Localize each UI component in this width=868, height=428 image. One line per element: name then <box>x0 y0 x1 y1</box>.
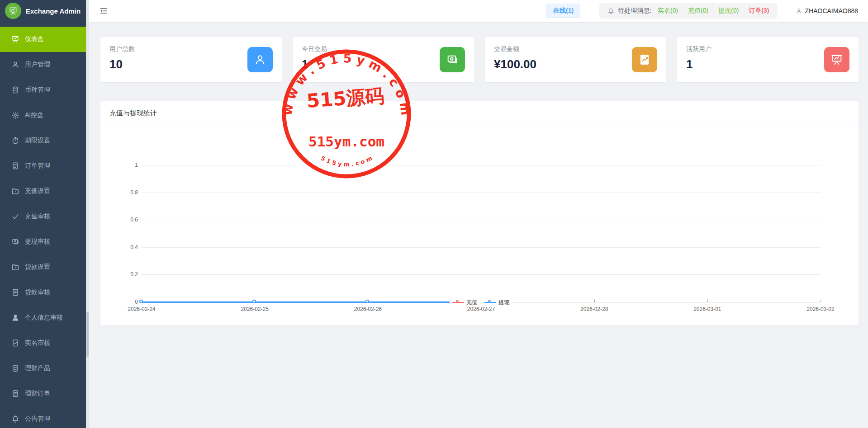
gear-icon <box>11 111 25 119</box>
coins-icon <box>11 364 25 372</box>
sidebar-item-label: 充值审核 <box>25 212 50 221</box>
sidebar-item-2[interactable]: 币种管理 <box>0 77 86 103</box>
sidebar-item-14[interactable]: 理财订单 <box>0 381 86 406</box>
x-axis-tick <box>821 300 821 302</box>
document-check-icon <box>11 339 25 347</box>
document-icon <box>11 288 25 296</box>
sidebar-item-7[interactable]: 充值审核 <box>0 204 86 229</box>
y-axis-tick-label: 0.8 <box>106 189 138 196</box>
user-filled-icon <box>11 314 25 322</box>
y-axis-tick-label: 1 <box>106 162 138 168</box>
legend-item-充值[interactable]: 充值 <box>452 299 477 306</box>
chart-card: 充值与提现统计 00.20.40.60.812026-02-242026-02-… <box>100 101 859 325</box>
gridline <box>142 247 821 248</box>
sidebar-item-label: 个人信息审核 <box>25 314 63 322</box>
sidebar-item-label: 贷款审核 <box>25 288 50 296</box>
document-icon <box>11 162 25 170</box>
coins-icon <box>11 86 25 94</box>
sidebar-item-label: 期限设置 <box>25 136 50 145</box>
sidebar-item-label: 公告管理 <box>25 415 50 423</box>
sidebar-item-5[interactable]: 订单管理 <box>0 153 86 179</box>
pending-item-0[interactable]: 实名(0) <box>658 7 678 15</box>
sidebar-item-0[interactable]: 仪表盘 <box>0 27 86 52</box>
legend-label: 充值 <box>466 299 477 306</box>
pending-item-3[interactable]: 订单(3) <box>749 7 769 15</box>
sidebar-item-12[interactable]: 实名审核 <box>0 330 86 356</box>
dashboard-icon <box>11 35 25 43</box>
main-area: 在线(1) 待处理消息: 实名(0)充值(0)提现(0)订单(3) ZHAOCA… <box>89 0 868 428</box>
folder-icon <box>11 263 25 271</box>
user-menu[interactable]: ZHAOCAIMAO888 <box>796 7 858 14</box>
stat-card-0: 用户总数10 <box>100 37 282 82</box>
legend-label: 提现 <box>498 299 509 306</box>
sidebar-item-label: AI控盘 <box>25 111 43 119</box>
folder-icon <box>11 187 25 195</box>
legend-marker <box>484 300 496 305</box>
sidebar-item-label: 用户管理 <box>25 61 50 69</box>
online-badge[interactable]: 在线(1) <box>546 4 580 18</box>
sidebar-item-label: 仪表盘 <box>25 35 44 43</box>
legend-marker <box>452 300 464 305</box>
x-axis-tick-label: 2026-03-02 <box>806 306 834 312</box>
sidebar-item-13[interactable]: 理财产品 <box>0 356 86 381</box>
hamburger-icon <box>99 6 108 15</box>
sidebar-scrollbar-thumb[interactable] <box>86 312 89 357</box>
series-line-提现 <box>142 301 481 303</box>
legend-item-提现[interactable]: 提现 <box>484 299 509 306</box>
sidebar-item-11[interactable]: 个人信息审核 <box>0 305 86 330</box>
sidebar-item-3[interactable]: AI控盘 <box>0 103 86 128</box>
gridline <box>142 220 821 220</box>
y-axis-tick-label: 0.2 <box>106 271 138 277</box>
sidebar-item-10[interactable]: 贷款审核 <box>0 280 86 305</box>
username: ZHAOCAIMAO888 <box>805 7 858 14</box>
sidebar: Exchange Admin 仪表盘用户管理币种管理AI控盘期限设置订单管理充值… <box>0 0 86 428</box>
sidebar-item-label: 提现审核 <box>25 238 50 246</box>
user-icon <box>247 47 273 72</box>
sidebar-item-8[interactable]: 提现审核 <box>0 229 86 254</box>
check-icon <box>11 212 25 221</box>
gridline <box>142 165 821 165</box>
trend-icon <box>632 47 657 72</box>
stat-cards-row: 用户总数10今日交易1交易金额¥100.00活跃用户1 <box>100 37 859 82</box>
x-axis-tick <box>707 300 708 302</box>
timer-icon <box>11 136 25 145</box>
data-point[interactable] <box>139 300 143 303</box>
x-axis-tick-label: 2026-02-28 <box>580 306 608 312</box>
sidebar-item-1[interactable]: 用户管理 <box>0 52 86 77</box>
y-axis-tick-label: 0 <box>106 299 138 305</box>
x-axis-tick <box>594 300 595 302</box>
sidebar-item-15[interactable]: 公告管理 <box>0 406 86 428</box>
line-chart: 00.20.40.60.812026-02-242026-02-252026-0… <box>100 126 859 325</box>
user-icon <box>11 61 25 69</box>
sidebar-item-9[interactable]: 贷款设置 <box>0 254 86 280</box>
x-axis-tick-label: 2026-02-24 <box>128 306 155 312</box>
bills-icon <box>440 47 465 72</box>
top-header: 在线(1) 待处理消息: 实名(0)充值(0)提现(0)订单(3) ZHAOCA… <box>89 0 868 22</box>
app-title: Exchange Admin <box>26 7 81 15</box>
pending-item-1[interactable]: 充值(0) <box>688 7 708 15</box>
bell-icon <box>11 415 25 423</box>
dashboard-icon <box>824 47 849 72</box>
sidebar-item-label: 贷款设置 <box>25 263 50 271</box>
dashboard-icon <box>9 6 18 15</box>
sidebar-item-label: 币种管理 <box>25 86 50 94</box>
sidebar-item-label: 充值设置 <box>25 187 50 195</box>
sidebar-item-label: 实名审核 <box>25 339 50 347</box>
sidebar-menu: 仪表盘用户管理币种管理AI控盘期限设置订单管理充值设置充值审核提现审核贷款设置贷… <box>0 27 86 428</box>
pending-item-2[interactable]: 提现(0) <box>718 7 739 15</box>
sidebar-item-4[interactable]: 期限设置 <box>0 128 86 153</box>
x-axis-tick-label: 2026-02-26 <box>354 306 382 312</box>
sidebar-collapse-button[interactable] <box>99 6 108 15</box>
gridline <box>142 193 821 193</box>
chart-title: 充值与提现统计 <box>100 101 859 126</box>
stat-card-1: 今日交易1 <box>293 37 474 82</box>
document-icon <box>11 390 25 398</box>
y-axis-tick-label: 0.4 <box>106 244 138 250</box>
app-logo-row: Exchange Admin <box>0 0 86 22</box>
stat-card-2: 交易金额¥100.00 <box>485 37 666 82</box>
sidebar-item-6[interactable]: 充值设置 <box>0 179 86 204</box>
sidebar-item-label: 订单管理 <box>25 162 50 170</box>
x-axis-tick-label: 2026-03-01 <box>693 306 721 312</box>
sidebar-scrollbar[interactable] <box>86 0 89 428</box>
x-axis-tick-label: 2026-02-25 <box>241 306 268 312</box>
